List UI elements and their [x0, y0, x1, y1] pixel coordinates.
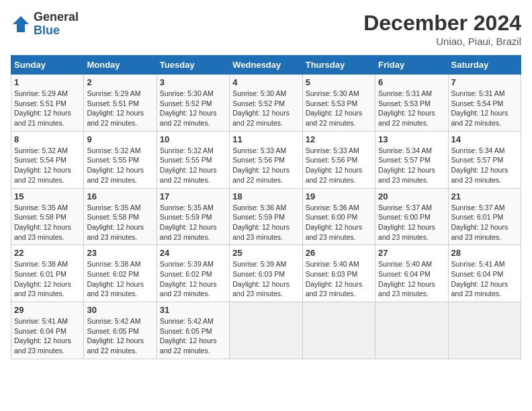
month-title: December 2024: [363, 11, 521, 36]
day-number: 30: [87, 305, 153, 315]
logo-icon: [11, 14, 31, 34]
day-info: Sunrise: 5:35 AMSunset: 5:59 PMDaylight:…: [160, 203, 217, 241]
day-number: 20: [378, 191, 445, 201]
day-number: 7: [451, 77, 518, 87]
logo-text: General Blue: [34, 11, 79, 38]
calendar-row-0: 1 Sunrise: 5:29 AMSunset: 5:51 PMDayligh…: [11, 75, 521, 132]
day-number: 26: [306, 248, 372, 258]
day-info: Sunrise: 5:30 AMSunset: 5:52 PMDaylight:…: [160, 89, 217, 127]
calendar-cell: [448, 302, 521, 359]
day-info: Sunrise: 5:31 AMSunset: 5:53 PMDaylight:…: [378, 89, 435, 127]
day-info: Sunrise: 5:35 AMSunset: 5:58 PMDaylight:…: [87, 203, 144, 241]
calendar-cell: 21 Sunrise: 5:37 AMSunset: 6:01 PMDaylig…: [448, 188, 521, 245]
calendar-cell: 24 Sunrise: 5:39 AMSunset: 6:02 PMDaylig…: [157, 245, 229, 302]
svg-marker-0: [13, 16, 29, 32]
day-number: 3: [160, 77, 226, 87]
calendar-cell: 22 Sunrise: 5:38 AMSunset: 6:01 PMDaylig…: [11, 245, 84, 302]
day-number: 23: [87, 248, 153, 258]
day-info: Sunrise: 5:41 AMSunset: 6:04 PMDaylight:…: [14, 317, 71, 355]
day-header-monday: Monday: [84, 56, 157, 75]
calendar-cell: 1 Sunrise: 5:29 AMSunset: 5:51 PMDayligh…: [11, 75, 84, 132]
day-info: Sunrise: 5:34 AMSunset: 5:57 PMDaylight:…: [451, 146, 508, 184]
calendar-cell: 30 Sunrise: 5:42 AMSunset: 6:05 PMDaylig…: [84, 302, 157, 359]
calendar-cell: 6 Sunrise: 5:31 AMSunset: 5:53 PMDayligh…: [375, 75, 448, 132]
day-info: Sunrise: 5:37 AMSunset: 6:00 PMDaylight:…: [378, 203, 435, 241]
day-number: 11: [232, 134, 299, 144]
day-info: Sunrise: 5:38 AMSunset: 6:01 PMDaylight:…: [14, 260, 71, 298]
day-info: Sunrise: 5:39 AMSunset: 6:02 PMDaylight:…: [160, 260, 217, 298]
day-info: Sunrise: 5:32 AMSunset: 5:55 PMDaylight:…: [87, 146, 144, 184]
day-info: Sunrise: 5:41 AMSunset: 6:04 PMDaylight:…: [451, 260, 508, 298]
day-number: 24: [160, 248, 226, 258]
calendar-cell: 28 Sunrise: 5:41 AMSunset: 6:04 PMDaylig…: [448, 245, 521, 302]
calendar-cell: 25 Sunrise: 5:39 AMSunset: 6:03 PMDaylig…: [230, 245, 302, 302]
day-info: Sunrise: 5:39 AMSunset: 6:03 PMDaylight:…: [232, 260, 290, 298]
day-info: Sunrise: 5:33 AMSunset: 5:56 PMDaylight:…: [232, 146, 290, 184]
calendar-cell: [230, 302, 302, 359]
day-number: 10: [160, 134, 226, 144]
calendar-cell: 3 Sunrise: 5:30 AMSunset: 5:52 PMDayligh…: [157, 75, 229, 132]
day-info: Sunrise: 5:40 AMSunset: 6:04 PMDaylight:…: [378, 260, 435, 298]
day-number: 16: [87, 191, 153, 201]
calendar-cell: 5 Sunrise: 5:30 AMSunset: 5:53 PMDayligh…: [302, 75, 375, 132]
day-info: Sunrise: 5:32 AMSunset: 5:54 PMDaylight:…: [14, 146, 71, 184]
day-number: 4: [232, 77, 299, 87]
day-header-saturday: Saturday: [448, 56, 521, 75]
calendar-cell: 18 Sunrise: 5:36 AMSunset: 5:59 PMDaylig…: [230, 188, 302, 245]
day-info: Sunrise: 5:29 AMSunset: 5:51 PMDaylight:…: [87, 89, 144, 127]
calendar-cell: 31 Sunrise: 5:42 AMSunset: 6:05 PMDaylig…: [157, 302, 229, 359]
calendar-cell: 17 Sunrise: 5:35 AMSunset: 5:59 PMDaylig…: [157, 188, 229, 245]
day-info: Sunrise: 5:36 AMSunset: 5:59 PMDaylight:…: [232, 203, 290, 241]
calendar-cell: 23 Sunrise: 5:38 AMSunset: 6:02 PMDaylig…: [84, 245, 157, 302]
calendar-cell: 12 Sunrise: 5:33 AMSunset: 5:56 PMDaylig…: [302, 131, 375, 188]
header: General Blue December 2024 Uniao, Piaui,…: [11, 11, 521, 47]
day-number: 8: [14, 134, 81, 144]
calendar-cell: 26 Sunrise: 5:40 AMSunset: 6:03 PMDaylig…: [302, 245, 375, 302]
day-number: 5: [306, 77, 372, 87]
day-header-wednesday: Wednesday: [230, 56, 302, 75]
day-info: Sunrise: 5:30 AMSunset: 5:52 PMDaylight:…: [232, 89, 290, 127]
calendar-cell: 8 Sunrise: 5:32 AMSunset: 5:54 PMDayligh…: [11, 131, 84, 188]
day-number: 15: [14, 191, 81, 201]
calendar-header-row: SundayMondayTuesdayWednesdayThursdayFrid…: [11, 56, 521, 75]
day-info: Sunrise: 5:32 AMSunset: 5:55 PMDaylight:…: [160, 146, 217, 184]
day-number: 27: [378, 248, 445, 258]
day-header-sunday: Sunday: [11, 56, 84, 75]
day-info: Sunrise: 5:33 AMSunset: 5:56 PMDaylight:…: [306, 146, 363, 184]
day-info: Sunrise: 5:35 AMSunset: 5:58 PMDaylight:…: [14, 203, 71, 241]
day-info: Sunrise: 5:34 AMSunset: 5:57 PMDaylight:…: [378, 146, 435, 184]
calendar-cell: [375, 302, 448, 359]
calendar-cell: 7 Sunrise: 5:31 AMSunset: 5:54 PMDayligh…: [448, 75, 521, 132]
day-number: 12: [306, 134, 372, 144]
calendar-cell: [302, 302, 375, 359]
calendar-cell: 20 Sunrise: 5:37 AMSunset: 6:00 PMDaylig…: [375, 188, 448, 245]
title-area: December 2024 Uniao, Piaui, Brazil: [363, 11, 521, 47]
calendar-cell: 29 Sunrise: 5:41 AMSunset: 6:04 PMDaylig…: [11, 302, 84, 359]
day-number: 29: [14, 305, 81, 315]
logo-general: General: [34, 11, 79, 24]
day-number: 22: [14, 248, 81, 258]
calendar-cell: 2 Sunrise: 5:29 AMSunset: 5:51 PMDayligh…: [84, 75, 157, 132]
day-number: 13: [378, 134, 445, 144]
day-number: 14: [451, 134, 518, 144]
day-info: Sunrise: 5:37 AMSunset: 6:01 PMDaylight:…: [451, 203, 508, 241]
day-header-tuesday: Tuesday: [157, 56, 229, 75]
logo: General Blue: [11, 11, 79, 38]
day-number: 28: [451, 248, 518, 258]
day-number: 21: [451, 191, 518, 201]
day-number: 9: [87, 134, 153, 144]
day-info: Sunrise: 5:36 AMSunset: 6:00 PMDaylight:…: [306, 203, 363, 241]
day-header-thursday: Thursday: [302, 56, 375, 75]
calendar: SundayMondayTuesdayWednesdayThursdayFrid…: [11, 55, 521, 359]
calendar-cell: 4 Sunrise: 5:30 AMSunset: 5:52 PMDayligh…: [230, 75, 302, 132]
calendar-cell: 11 Sunrise: 5:33 AMSunset: 5:56 PMDaylig…: [230, 131, 302, 188]
day-info: Sunrise: 5:30 AMSunset: 5:53 PMDaylight:…: [306, 89, 363, 127]
calendar-cell: 27 Sunrise: 5:40 AMSunset: 6:04 PMDaylig…: [375, 245, 448, 302]
calendar-row-2: 15 Sunrise: 5:35 AMSunset: 5:58 PMDaylig…: [11, 188, 521, 245]
day-number: 2: [87, 77, 153, 87]
calendar-cell: 13 Sunrise: 5:34 AMSunset: 5:57 PMDaylig…: [375, 131, 448, 188]
calendar-cell: 15 Sunrise: 5:35 AMSunset: 5:58 PMDaylig…: [11, 188, 84, 245]
calendar-cell: 14 Sunrise: 5:34 AMSunset: 5:57 PMDaylig…: [448, 131, 521, 188]
logo-blue: Blue: [34, 24, 79, 38]
day-number: 31: [160, 305, 226, 315]
